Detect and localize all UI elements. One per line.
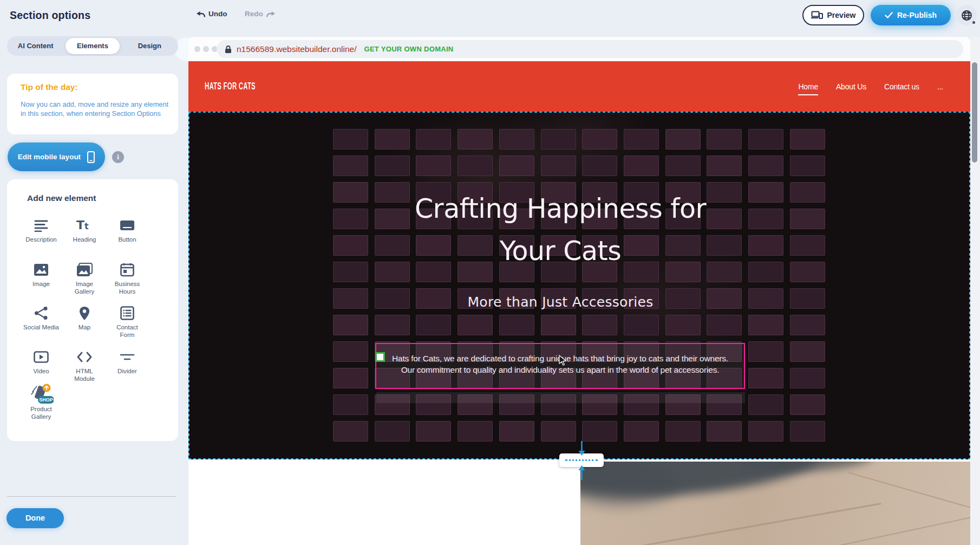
- tip-card: Tip of the day: Now you can add, move an…: [7, 74, 178, 134]
- undo-button[interactable]: Undo: [196, 10, 227, 18]
- element-item-heading[interactable]: TtHeading: [62, 217, 107, 244]
- element-item-product-gallery[interactable]: SHOPProduct Gallery: [25, 387, 57, 420]
- element-item-button[interactable]: Button: [104, 217, 150, 244]
- redo-button[interactable]: Redo: [245, 10, 276, 18]
- get-domain-link[interactable]: GET YOUR OWN DOMAIN: [364, 45, 453, 53]
- tip-text-line1: Now you can add, move and resize any ele…: [21, 100, 168, 109]
- tab-ai-content[interactable]: AI Content: [9, 38, 62, 54]
- divider-icon: [104, 349, 150, 365]
- browser-chrome: n1566589.websitebuilder.online/ GET YOUR…: [188, 37, 970, 61]
- svg-text:T: T: [76, 219, 84, 232]
- element-label: Video: [18, 368, 64, 375]
- svg-text:SHOP: SHOP: [39, 397, 53, 403]
- description-icon: [18, 217, 64, 233]
- url-text: n1566589.websitebuilder.online/: [237, 44, 356, 54]
- element-item-image-gallery[interactable]: Image Gallery: [69, 262, 100, 295]
- tab-design[interactable]: Design: [123, 38, 177, 54]
- element-label: Description: [18, 236, 64, 244]
- nav-contactus[interactable]: Contact us: [884, 82, 919, 91]
- business-hours-icon: [112, 262, 143, 278]
- redo-label: Redo: [245, 10, 263, 18]
- element-label: Social Media: [18, 324, 64, 332]
- selection-border-right: [969, 112, 970, 459]
- devices-icon: [811, 11, 823, 20]
- element-label: HTML Module: [69, 368, 100, 382]
- element-item-social-media[interactable]: Social Media: [18, 305, 64, 332]
- move-section-down-arrow[interactable]: [578, 463, 586, 480]
- image-icon: [18, 262, 64, 278]
- done-button[interactable]: Done: [6, 508, 64, 528]
- notification-dot: [972, 21, 975, 24]
- tip-title: Tip of the day:: [21, 82, 78, 92]
- element-item-html-module[interactable]: HTML Module: [69, 349, 100, 382]
- edit-mobile-layout-button[interactable]: Edit mobile layout: [8, 142, 105, 171]
- resize-handle[interactable]: [375, 352, 385, 362]
- element-label: Map: [62, 324, 107, 332]
- element-label: Divider: [104, 368, 150, 375]
- html-module-icon: [69, 349, 100, 365]
- element-item-contact-form[interactable]: Contact Form: [112, 305, 143, 339]
- element-label: Button: [104, 236, 150, 244]
- selected-text-element[interactable]: Hats for Cats, we are dedicated to craft…: [375, 343, 745, 389]
- panel-tabs: AI ContentElementsDesign: [7, 36, 178, 56]
- svg-text:t: t: [84, 221, 89, 231]
- move-section-up-arrow[interactable]: [578, 441, 586, 458]
- nav-aboutus[interactable]: About Us: [836, 82, 866, 91]
- republish-button[interactable]: Re-Publish: [871, 5, 951, 25]
- hero-heading-line1[interactable]: Crafting Happiness for: [188, 193, 932, 224]
- info-icon[interactable]: i: [112, 151, 124, 163]
- element-label: Contact Form: [112, 324, 143, 339]
- window-dot: [203, 46, 209, 52]
- page-title: Section options: [10, 9, 90, 22]
- redo-icon: [266, 10, 276, 17]
- selection-border-top: [188, 112, 970, 113]
- social-media-icon: [18, 305, 64, 321]
- site-logo[interactable]: HATS FOR CATS: [205, 61, 256, 112]
- republish-label: Re-Publish: [897, 11, 937, 20]
- edit-mobile-label: Edit mobile layout: [18, 153, 81, 161]
- map-icon: [62, 305, 107, 321]
- element-item-video[interactable]: Video: [18, 349, 64, 375]
- element-item-business-hours[interactable]: Business Hours: [112, 262, 143, 295]
- element-hover-band: [376, 392, 745, 403]
- element-label: Image: [18, 281, 64, 288]
- preview-button[interactable]: Preview: [802, 5, 864, 25]
- hero-heading-line2[interactable]: Your Cats: [188, 236, 932, 267]
- hero-paragraph-line2: Our commitment to quality and individual…: [376, 364, 744, 375]
- globe-icon: [961, 10, 972, 21]
- site-nav: HomeAbout UsContact us...: [798, 61, 943, 112]
- window-dot: [194, 46, 200, 52]
- video-icon: [18, 349, 64, 365]
- browser-window: n1566589.websitebuilder.online/ GET YOUR…: [188, 37, 970, 545]
- hero-section[interactable]: Crafting Happiness for Your Cats More th…: [188, 112, 970, 459]
- nav-home[interactable]: Home: [798, 82, 818, 95]
- address-bar[interactable]: n1566589.websitebuilder.online/ GET YOUR…: [217, 40, 963, 58]
- scrollbar-thumb[interactable]: [972, 62, 977, 163]
- element-label: Business Hours: [112, 281, 143, 295]
- element-item-image[interactable]: Image: [18, 262, 64, 288]
- tab-elements[interactable]: Elements: [66, 38, 119, 54]
- nav-more[interactable]: ...: [937, 82, 943, 91]
- element-label: Image Gallery: [69, 281, 100, 295]
- divider-dotted-line: [565, 459, 598, 461]
- sidebar-divider: [7, 496, 176, 497]
- preview-label: Preview: [827, 11, 856, 20]
- undo-label: Undo: [208, 10, 227, 18]
- pavement-photo: [580, 462, 970, 545]
- element-item-map[interactable]: Map: [62, 305, 107, 332]
- element-item-description[interactable]: Description: [18, 217, 64, 244]
- check-icon: [885, 12, 893, 18]
- hero-subheading[interactable]: More than Just Accessories: [188, 294, 932, 310]
- selection-border-left: [188, 112, 190, 459]
- phone-icon: [87, 151, 95, 163]
- element-label: Heading: [62, 236, 107, 244]
- element-item-divider[interactable]: Divider: [104, 349, 150, 375]
- add-element-title: Add new element: [27, 193, 96, 203]
- image-gallery-icon: [69, 262, 100, 278]
- heading-icon: Tt: [62, 217, 107, 233]
- element-label: Product Gallery: [25, 406, 57, 420]
- product-gallery-icon: SHOP: [25, 387, 57, 403]
- scrollbar-track[interactable]: [970, 37, 980, 545]
- add-element-panel: Add new element DescriptionTtHeadingButt…: [7, 179, 178, 441]
- undo-icon: [196, 10, 205, 17]
